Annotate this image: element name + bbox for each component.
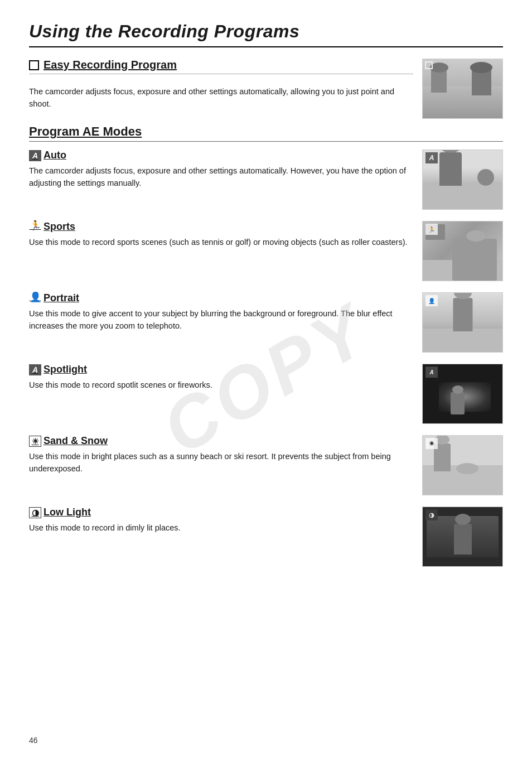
sand-photo: ☀ [422, 435, 503, 495]
program-ae-title: Program AE Modes [29, 124, 503, 139]
mode-sand: ☀ Sand & Snow Use this mode in bright pl… [29, 435, 503, 495]
mode-sports-content: 🏃 Sports Use this mode to record sports … [29, 221, 413, 248]
mode-lowlight: ◑ Low Light Use this mode to record in d… [29, 507, 503, 567]
mode-auto-image: A [422, 150, 503, 210]
portrait-photo: 👤 [422, 292, 503, 353]
spotlight-photo-inner: A [423, 364, 502, 423]
lowlight-icon: ◑ [29, 507, 41, 518]
easy-rule [29, 74, 413, 74]
lowlight-photo-inner: ◑ [423, 507, 502, 566]
spotlight-photo: A [422, 364, 503, 424]
mode-portrait-name: Portrait [43, 292, 79, 304]
mode-spotlight-name: Spotlight [43, 364, 87, 375]
page-title: Using the Recording Programs [29, 21, 503, 42]
auto-corner-badge: A [425, 152, 438, 163]
mode-auto-desc: The camcorder adjusts focus, exposure an… [29, 165, 413, 190]
lowlight-photo: ◑ [422, 507, 503, 567]
easy-content: Easy Recording Program The camcorder adj… [29, 59, 413, 110]
mode-sand-header: ☀ Sand & Snow [29, 435, 413, 447]
auto-photo-inner: A [423, 150, 502, 209]
mode-lowlight-name: Low Light [43, 507, 91, 518]
easy-photo [422, 59, 503, 119]
portrait-icon: 👤 [29, 293, 41, 304]
program-ae-section: Program AE Modes A Auto The camcorder ad… [29, 124, 503, 567]
program-ae-rule [29, 141, 503, 142]
mode-sports: 🏃 Sports Use this mode to record sports … [29, 221, 503, 281]
mode-sports-name: Sports [43, 221, 75, 233]
mode-lowlight-header: ◑ Low Light [29, 507, 413, 518]
mode-auto: A Auto The camcorder adjusts focus, expo… [29, 150, 503, 210]
spotlight-icon: A [29, 364, 41, 375]
mode-sports-image: 🏃 [422, 221, 503, 281]
mode-sand-content: ☀ Sand & Snow Use this mode in bright pl… [29, 435, 413, 475]
page: Using the Recording Programs Easy Record… [0, 0, 532, 757]
spotlight-corner-badge: A [425, 367, 438, 378]
easy-program-icon [29, 60, 39, 70]
sports-corner-badge: 🏃 [425, 224, 438, 235]
auto-photo: A [422, 150, 503, 210]
auto-icon: A [29, 150, 41, 161]
title-rule [29, 46, 503, 47]
sand-icon: ☀ [29, 436, 41, 447]
mode-auto-content: A Auto The camcorder adjusts focus, expo… [29, 150, 413, 190]
mode-portrait-header: 👤 Portrait [29, 292, 413, 304]
easy-image [422, 59, 503, 119]
easy-header: Easy Recording Program [29, 59, 413, 71]
sports-photo-inner: 🏃 [423, 221, 502, 281]
mode-spotlight: A Spotlight Use this mode to record spot… [29, 364, 503, 424]
mode-sports-desc: Use this mode to record sports scenes (s… [29, 236, 413, 248]
easy-description: The camcorder adjusts focus, exposure an… [29, 85, 413, 110]
mode-spotlight-header: A Spotlight [29, 364, 413, 375]
mode-sand-name: Sand & Snow [43, 435, 108, 447]
easy-photo-inner [423, 59, 502, 118]
mode-portrait-image: 👤 [422, 292, 503, 353]
mode-auto-header: A Auto [29, 150, 413, 161]
sports-photo: 🏃 [422, 221, 503, 281]
sand-photo-inner: ☀ [423, 436, 502, 495]
mode-sand-image: ☀ [422, 435, 503, 495]
mode-portrait-content: 👤 Portrait Use this mode to give accent … [29, 292, 413, 332]
mode-lowlight-desc: Use this mode to record in dimly lit pla… [29, 522, 413, 534]
mode-spotlight-desc: Use this mode to record spotlit scenes o… [29, 379, 413, 391]
portrait-photo-inner: 👤 [423, 293, 502, 352]
mode-lowlight-content: ◑ Low Light Use this mode to record in d… [29, 507, 413, 534]
mode-portrait: 👤 Portrait Use this mode to give accent … [29, 292, 503, 353]
easy-header-text: Easy Recording Program [43, 59, 177, 71]
mode-portrait-desc: Use this mode to give accent to your sub… [29, 307, 413, 332]
sand-corner-badge: ☀ [425, 438, 438, 449]
lowlight-corner-badge: ◑ [425, 509, 438, 520]
mode-sports-header: 🏃 Sports [29, 221, 413, 233]
page-number: 46 [29, 736, 38, 745]
portrait-corner-badge: 👤 [425, 295, 438, 306]
mode-sand-desc: Use this mode in bright places such as a… [29, 450, 413, 475]
mode-spotlight-image: A [422, 364, 503, 424]
mode-spotlight-content: A Spotlight Use this mode to record spot… [29, 364, 413, 391]
mode-auto-name: Auto [43, 150, 66, 161]
mode-lowlight-image: ◑ [422, 507, 503, 567]
sports-icon: 🏃 [29, 221, 41, 233]
easy-section: Easy Recording Program The camcorder adj… [29, 59, 503, 119]
